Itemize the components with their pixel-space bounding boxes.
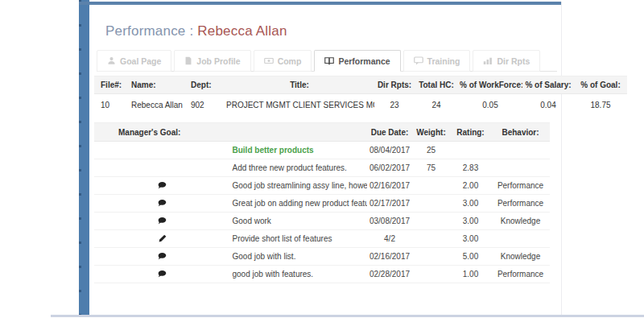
goal-rating: 2.83 xyxy=(450,159,491,177)
goals-header-behavior: Behavior: xyxy=(491,123,550,142)
tab-comp[interactable]: Comp xyxy=(254,50,312,72)
employee-column-header: % of WorkForce: xyxy=(458,76,522,94)
goal-text: Add three new product features. xyxy=(231,159,368,177)
employee-column-header: Total HC: xyxy=(415,76,458,94)
goals-table: Manager's Goal: Due Date: Weight: Rating… xyxy=(94,122,550,283)
goal-text: Great job on adding new product features xyxy=(231,195,368,213)
comment-icon[interactable] xyxy=(158,181,167,189)
tab-label: Performance xyxy=(338,56,390,66)
goal-row[interactable]: Good work03/08/20173.00Knowledge xyxy=(94,213,550,230)
comment-icon[interactable] xyxy=(158,217,167,225)
employee-cell: 24 xyxy=(415,94,458,117)
goals-table-body: Build better products08/04/201725Add thr… xyxy=(94,142,550,283)
goal-due-date: 02/16/2017 xyxy=(367,248,412,266)
goal-due-date: 4/2 xyxy=(367,230,412,248)
employee-row[interactable]: 10Rebecca Allan902PROJECT MGMT CLIENT SE… xyxy=(94,94,627,117)
employee-column-header: Title: xyxy=(225,76,374,94)
employee-column-header: % of Goal: xyxy=(574,76,627,94)
goal-behavior: Performance xyxy=(491,177,550,195)
goal-rating: 2.00 xyxy=(450,177,491,195)
employee-cell: 0.04 xyxy=(522,94,574,117)
goal-text: Build better products xyxy=(231,142,368,159)
goal-text: Good job streamlining assy line, however… xyxy=(231,177,368,195)
goal-row[interactable]: Great job on adding new product features… xyxy=(94,195,550,213)
goal-row[interactable]: Provide short list of features4/23.00 xyxy=(94,230,550,248)
goal-weight xyxy=(412,230,450,248)
goals-header-rating: Rating: xyxy=(450,123,491,142)
goal-behavior xyxy=(491,159,550,177)
goals-table-head-row: Manager's Goal: Due Date: Weight: Rating… xyxy=(94,123,550,142)
page-title-separator: : xyxy=(186,23,198,39)
goal-row-icon-cell xyxy=(94,177,231,195)
page-title-employee-name: Rebecca Allan xyxy=(197,23,287,39)
goals-header-goal: Manager's Goal: xyxy=(94,123,367,142)
goal-rating: 5.00 xyxy=(450,248,491,266)
goal-row[interactable]: Good job streamlining assy line, however… xyxy=(94,177,550,195)
page-title: Performance : Rebecca Allan xyxy=(105,23,287,39)
comment-icon[interactable] xyxy=(158,199,167,207)
goal-behavior: Performance xyxy=(491,266,550,283)
goal-behavior: Knowledge xyxy=(491,213,550,230)
money-icon xyxy=(264,56,274,65)
goal-weight: 25 xyxy=(412,142,450,159)
tab-label: Comp xyxy=(278,56,302,66)
employee-cell: 10 xyxy=(94,94,130,117)
goal-due-date: 03/08/2017 xyxy=(367,213,412,230)
goal-due-date: 06/02/2017 xyxy=(367,159,412,177)
employee-column-header: Dir Rpts: xyxy=(374,76,415,94)
employee-cell: PROJECT MGMT CLIENT SERVICES MGMT 6 xyxy=(225,94,374,117)
goal-row[interactable]: Good job with list.02/16/20175.00Knowled… xyxy=(94,248,550,266)
goals-header-weight: Weight: xyxy=(412,123,450,142)
tab-bar: Goal PageJob ProfileCompPerformanceTrain… xyxy=(97,50,557,72)
tab-label: Training xyxy=(427,56,460,66)
employee-column-header: Dept: xyxy=(188,76,225,94)
employee-table-head-row: File#:Name:Dept:Title:Dir Rpts:Total HC:… xyxy=(94,76,627,94)
goal-weight: 75 xyxy=(412,159,450,177)
goal-row-icon-cell xyxy=(94,195,231,213)
window-edge-bar xyxy=(79,0,89,316)
pencil-icon[interactable] xyxy=(159,234,167,242)
employee-cell: 0.05 xyxy=(458,94,522,117)
goal-row-icon-cell xyxy=(94,230,231,248)
goal-due-date: 02/28/2017 xyxy=(367,266,412,283)
employee-cell: Rebecca Allan xyxy=(130,94,188,117)
goal-row-icon-cell xyxy=(94,248,231,266)
goal-rating xyxy=(450,142,491,159)
tab-job-profile[interactable]: Job Profile xyxy=(174,50,250,72)
goal-text: Good work xyxy=(231,213,368,230)
tab-label: Goal Page xyxy=(120,56,161,66)
tab-dir-rpts[interactable]: Dir Rpts xyxy=(473,50,540,72)
employee-cell: 18.75 xyxy=(574,94,627,117)
book-icon xyxy=(324,56,334,65)
panel-top-strip xyxy=(79,2,561,5)
goal-due-date: 08/04/2017 xyxy=(367,142,412,159)
goal-behavior xyxy=(491,142,550,159)
goal-row[interactable]: good job with features.02/28/20171.00Per… xyxy=(94,266,550,283)
employee-cell: 902 xyxy=(188,94,225,117)
goal-weight xyxy=(412,248,450,266)
employee-table-body: 10Rebecca Allan902PROJECT MGMT CLIENT SE… xyxy=(94,94,627,117)
comment-icon[interactable] xyxy=(158,252,167,260)
goal-weight xyxy=(412,195,450,213)
goal-text: good job with features. xyxy=(231,266,368,283)
goal-rating: 3.00 xyxy=(450,230,491,248)
main-panel: Performance : Rebecca Allan Goal PageJob… xyxy=(89,2,562,315)
goal-text: Good job with list. xyxy=(231,248,368,266)
employee-column-header: File#: xyxy=(94,76,130,94)
tab-label: Job Profile xyxy=(196,56,240,66)
tab-training[interactable]: Training xyxy=(403,50,471,72)
goal-row[interactable]: Build better products08/04/201725 xyxy=(94,142,550,159)
goal-row-icon-cell xyxy=(94,213,231,230)
employee-cell: 23 xyxy=(374,94,415,117)
goal-rating: 3.00 xyxy=(450,213,491,230)
page-title-section: Performance xyxy=(105,23,186,39)
user-icon xyxy=(107,56,116,65)
goal-row-icon-cell xyxy=(94,266,231,283)
comment-icon[interactable] xyxy=(158,270,167,278)
goal-row[interactable]: Add three new product features.06/02/201… xyxy=(94,159,550,177)
goal-text: Provide short list of features xyxy=(231,230,368,248)
employee-table: File#:Name:Dept:Title:Dir Rpts:Total HC:… xyxy=(94,76,627,116)
tab-goal-page[interactable]: Goal Page xyxy=(97,50,171,72)
tab-performance[interactable]: Performance xyxy=(314,50,400,72)
bar-chart-icon xyxy=(483,56,493,65)
